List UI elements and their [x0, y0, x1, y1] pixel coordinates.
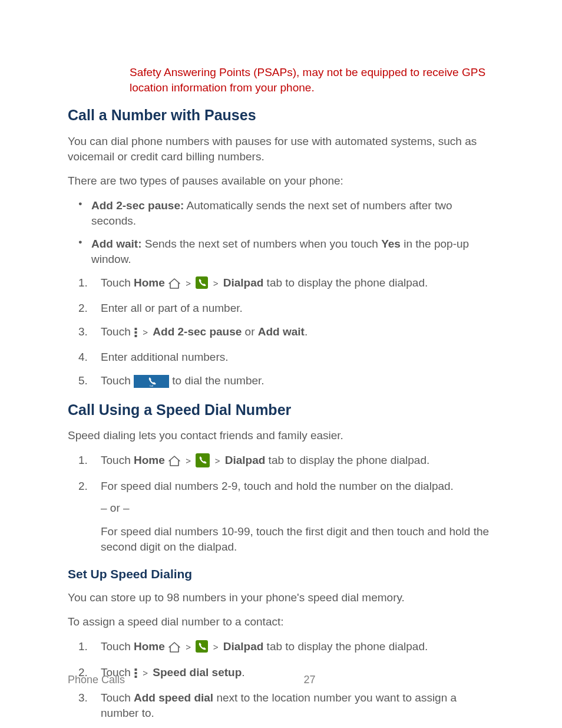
svg-rect-6: [196, 453, 210, 467]
step-addwait: Add wait: [258, 325, 305, 338]
bullet-add-2sec: Add 2-sec pause: Automatically sends the…: [68, 198, 494, 228]
step-add2sec: Add 2-sec pause: [153, 325, 242, 338]
svg-rect-1: [134, 328, 137, 330]
step-1: Touch Home > > Dialpad tab to display th…: [68, 275, 494, 293]
warning-note: Safety Answering Points (PSAPs), may not…: [68, 65, 494, 95]
home-icon: [168, 455, 181, 470]
step-4: Enter additional numbers.: [68, 350, 494, 365]
step-2: For speed dial numbers 2-9, touch and ho…: [68, 479, 494, 494]
step-1: Touch Home > > Dialpad tab to display th…: [68, 453, 494, 472]
para-speed-intro: Speed dialing lets you contact friends a…: [68, 428, 494, 443]
separator: >: [184, 278, 193, 289]
page-footer: Phone Calls 27: [68, 673, 494, 687]
bullet-add-wait: Add wait: Sends the next set of numbers …: [68, 236, 494, 266]
home-icon: [168, 278, 181, 293]
step-period: .: [305, 325, 308, 338]
step-home: Home: [134, 640, 165, 653]
step-home: Home: [134, 454, 165, 466]
page: Safety Answering Points (PSAPs), may not…: [0, 0, 562, 728]
heading-setup-speed: Set Up Speed Dialing: [68, 566, 494, 582]
step-5: Touch Call to dial the number.: [68, 373, 494, 392]
svg-text:Call: Call: [150, 385, 153, 387]
step-text: tab to display the phone dialpad.: [263, 276, 428, 289]
bullet-text: Sends the next set of numbers when you t…: [142, 238, 382, 250]
step-text: tab to display the phone dialpad.: [263, 640, 428, 653]
bullet-bold: Add wait:: [91, 238, 142, 250]
step-text: tab to display the phone dialpad.: [265, 454, 429, 466]
bullet-bold: Add 2-sec pause:: [91, 199, 184, 212]
para-pauses-types: There are two types of pauses available …: [68, 173, 494, 189]
step-dialpad: Dialpad: [225, 454, 266, 466]
phone-icon: [196, 640, 208, 657]
step-2: Enter all or part of a number.: [68, 301, 494, 316]
svg-rect-3: [134, 335, 137, 337]
footer-page-number: 27: [68, 673, 494, 687]
step-text: Touch: [101, 691, 134, 704]
overflow-icon: [134, 327, 138, 342]
phone-icon: [196, 453, 210, 472]
svg-rect-2: [134, 331, 137, 334]
step-text: Touch: [101, 374, 134, 387]
step-3: Touch Add speed dial next to the locatio…: [68, 690, 494, 720]
separator: >: [184, 455, 193, 467]
step-text: to dial the number.: [172, 374, 264, 387]
svg-rect-7: [196, 640, 208, 653]
step-dialpad: Dialpad: [223, 640, 264, 653]
step-3: Touch > Add 2-sec pause or Add wait.: [68, 324, 494, 342]
separator: >: [213, 455, 222, 467]
svg-rect-8: [134, 668, 137, 671]
heading-speed-dial: Call Using a Speed Dial Number: [68, 400, 494, 420]
step-home: Home: [134, 276, 165, 289]
bullet-list-pauses: Add 2-sec pause: Automatically sends the…: [68, 198, 494, 267]
step-speed-10-99: For speed dial numbers 10-99, touch the …: [68, 524, 494, 554]
step-text: Touch: [101, 276, 134, 289]
step-text: Touch: [101, 640, 134, 653]
step-text: Touch: [101, 325, 134, 338]
step-add-speed-dial: Add speed dial: [134, 691, 213, 704]
step-or-separator: – or –: [68, 500, 494, 516]
step-text: Touch: [101, 454, 134, 466]
footer-section: Phone Calls: [68, 673, 125, 687]
phone-icon: [196, 276, 208, 293]
step-dialpad: Dialpad: [223, 276, 264, 289]
call-button-icon: Call: [134, 375, 169, 392]
step-or: or: [242, 325, 257, 338]
separator: >: [141, 327, 150, 338]
para-setup-assign: To assign a speed dial number to a conta…: [68, 614, 494, 630]
separator: >: [211, 278, 220, 289]
para-pauses-intro: You can dial phone numbers with pauses f…: [68, 134, 494, 164]
steps-pauses: Touch Home > > Dialpad tab to display th…: [68, 275, 494, 392]
separator: >: [211, 641, 220, 653]
step-1: Touch Home > > Dialpad tab to display th…: [68, 639, 494, 657]
steps-speed-dial: Touch Home > > Dialpad tab to display th…: [68, 453, 494, 493]
heading-call-pauses: Call a Number with Pauses: [68, 106, 494, 126]
para-setup-intro: You can store up to 98 numbers in your p…: [68, 590, 494, 605]
home-icon: [168, 641, 181, 657]
svg-rect-0: [196, 276, 208, 289]
separator: >: [184, 641, 193, 653]
bullet-yes: Yes: [381, 238, 401, 250]
